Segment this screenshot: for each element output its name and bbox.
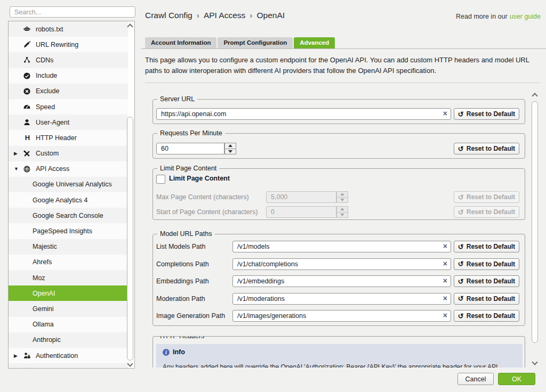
server-url-input[interactable]: [156, 108, 451, 120]
sidebar-item-pagespeed-insights[interactable]: PageSpeed Insights: [9, 223, 128, 239]
expand-arrow-icon[interactable]: ▶: [14, 353, 23, 358]
server-url-field: ×: [156, 108, 451, 120]
scroll-up-icon[interactable]: [532, 93, 537, 99]
tab-advanced[interactable]: Advanced: [294, 37, 335, 48]
sidebar-item-cdns[interactable]: CDNs: [9, 52, 128, 68]
clear-icon[interactable]: ×: [443, 259, 447, 268]
search-input[interactable]: [10, 6, 135, 18]
sidebar-tree: robots.txtURL RewritingCDNsIncludeExclud…: [9, 21, 134, 369]
sidebar-item-label: Google Universal Analytics: [33, 181, 112, 188]
sidebar-item-http-header[interactable]: HHTTP Header: [9, 130, 128, 145]
sidebar-item-label: Google Analytics 4: [33, 197, 88, 204]
http-headers-section: HTTP Headers i Info Any headers added he…: [152, 336, 525, 368]
reset-to-default-button[interactable]: ↺Reset to Default: [454, 241, 519, 252]
sidebar-item-google-universal-analytics[interactable]: Google Universal Analytics: [9, 177, 128, 192]
sidebar-item-user-agent[interactable]: User-Agent: [9, 115, 128, 130]
info-title: Info: [173, 348, 185, 356]
sidebar-item-openai[interactable]: OpenAI: [9, 285, 128, 301]
sidebar-item-custom[interactable]: ▶Custom: [9, 146, 128, 161]
sidebar-item-google-analytics-4[interactable]: Google Analytics 4: [9, 192, 128, 208]
reset-icon: ↺: [458, 145, 464, 153]
ok-button[interactable]: OK: [498, 373, 535, 385]
spin-down-icon: [336, 198, 348, 203]
form-scrollbar[interactable]: [531, 92, 539, 366]
breadcrumb-separator: ›: [197, 11, 199, 20]
sidebar-item-label: Custom: [36, 150, 59, 157]
sidebar-item-ahrefs[interactable]: Ahrefs: [9, 255, 128, 270]
sidebar-item-label: Gemini: [33, 305, 54, 313]
tab-prompt-configuration[interactable]: Prompt Configuration: [218, 37, 293, 48]
clear-icon[interactable]: ×: [443, 294, 447, 303]
tab-account-information[interactable]: Account Information: [145, 37, 216, 48]
sidebar-item-label: Include: [36, 72, 57, 79]
limit-page-content-section: Limit Page Content Limit Page Content Ma…: [152, 168, 525, 220]
list-models-path-input[interactable]: [232, 241, 451, 252]
reset-to-default-button[interactable]: ↺Reset to Default: [454, 258, 519, 270]
breadcrumb-item-crawl-config[interactable]: Crawl Config: [145, 11, 192, 20]
sidebar-item-google-search-console[interactable]: Google Search Console: [9, 208, 128, 223]
cancel-button[interactable]: Cancel: [457, 373, 494, 385]
breadcrumb-item-api-access[interactable]: API Access: [204, 11, 245, 20]
scrollbar-thumb[interactable]: [532, 101, 538, 343]
sidebar-item-speed[interactable]: Speed: [9, 99, 128, 115]
reset-to-default-button: ↺Reset to Default: [454, 191, 519, 203]
scroll-down-icon[interactable]: [532, 359, 537, 365]
reset-to-default-button[interactable]: ↺ Reset to Default: [454, 143, 519, 154]
sidebar-item-moz[interactable]: Moz: [9, 270, 128, 285]
spin-down-icon[interactable]: [224, 149, 236, 155]
info-box: i Info Any headers added here will overr…: [156, 344, 523, 368]
sidebar-item-robots-txt[interactable]: robots.txt: [9, 21, 128, 37]
moderation-path-input[interactable]: [232, 293, 451, 305]
section-legend: Limit Page Content: [157, 165, 219, 172]
info-text: Any headers added here will override the…: [163, 363, 518, 368]
reset-to-default-button[interactable]: ↺Reset to Default: [454, 275, 519, 287]
sidebar-item-url-rewriting[interactable]: URL Rewriting: [9, 37, 128, 52]
image-generation-path-field: ×: [232, 310, 451, 322]
clear-icon[interactable]: ×: [443, 311, 447, 320]
spinner: [224, 143, 236, 154]
breadcrumb-item-openai: OpenAI: [256, 11, 285, 20]
max-page-content-characters-field: [266, 191, 348, 203]
tab-bar: Account InformationPrompt ConfigurationA…: [145, 37, 335, 48]
sidebar-item-exclude[interactable]: Exclude: [9, 84, 128, 99]
clear-icon[interactable]: ×: [443, 276, 447, 285]
expand-arrow-icon[interactable]: ▶: [14, 151, 23, 156]
sidebar-item-segments[interactable]: Segments: [9, 363, 128, 369]
scroll-down-icon[interactable]: [127, 361, 133, 366]
requests-per-minute-field: [156, 143, 236, 154]
image-generation-path-input[interactable]: [232, 310, 451, 322]
section-legend: Requests Per Minute: [157, 129, 225, 137]
scroll-up-icon[interactable]: [127, 23, 133, 29]
sidebar-item-gemini[interactable]: Gemini: [9, 301, 128, 316]
sidebar-item-ollama[interactable]: Ollama: [9, 317, 128, 332]
speedometer-icon: [23, 103, 31, 110]
tools-icon: [23, 150, 31, 157]
sidebar-scrollbar[interactable]: [126, 22, 134, 369]
sidebar-item-include[interactable]: Include: [9, 68, 128, 84]
sidebar-item-label: Ahrefs: [33, 258, 52, 266]
scrollbar-thumb[interactable]: [127, 117, 133, 361]
clear-icon[interactable]: ×: [443, 109, 447, 118]
spinner: [336, 191, 348, 203]
sidebar-item-majestic[interactable]: Majestic: [9, 239, 128, 255]
reset-to-default-button[interactable]: ↺Reset to Default: [454, 310, 519, 322]
collapse-arrow-icon[interactable]: ▼: [14, 166, 23, 172]
list-models-path-field: ×: [232, 241, 451, 252]
limit-page-content-checkbox[interactable]: [156, 175, 165, 184]
tab-divider: [141, 48, 546, 49]
check-circle-icon: [23, 72, 31, 79]
spin-up-icon[interactable]: [224, 143, 236, 149]
user-guide-link[interactable]: user guide: [510, 13, 541, 20]
reset-to-default-button[interactable]: ↺Reset to Default: [454, 293, 519, 305]
sidebar-item-label: robots.txt: [36, 26, 63, 33]
field-label: Start of Page Content (characters): [156, 208, 258, 216]
field-label: Image Generation Path: [156, 312, 225, 320]
embeddings-path-input[interactable]: [232, 275, 451, 287]
sidebar-item-api-access[interactable]: ▼API Access: [9, 161, 128, 177]
completions-path-input[interactable]: [232, 258, 451, 270]
clear-icon[interactable]: ×: [443, 242, 447, 251]
reset-to-default-button[interactable]: ↺ Reset to Default: [454, 108, 519, 120]
requests-per-minute-input[interactable]: [156, 143, 224, 154]
sidebar-item-anthropic[interactable]: Anthropic: [9, 332, 128, 348]
sidebar-item-authentication[interactable]: ▶Authentication: [9, 348, 128, 363]
